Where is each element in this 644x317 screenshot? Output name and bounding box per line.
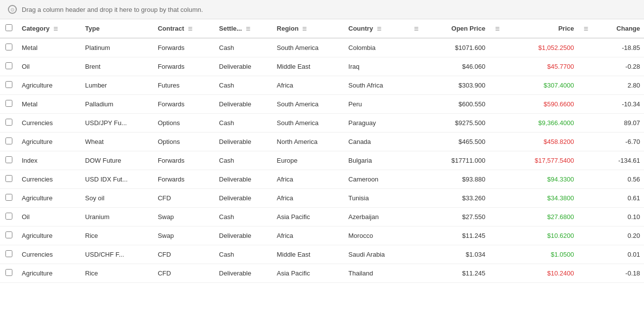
row-checkbox-cell: [0, 226, 18, 245]
row-change: -10.34: [598, 95, 644, 114]
row-contract: Swap: [154, 226, 215, 245]
row-open-price: $46.060: [429, 57, 489, 76]
row-col11: [578, 245, 598, 264]
contract-filter-icon[interactable]: ☰: [188, 26, 192, 32]
row-checkbox[interactable]: [5, 62, 12, 69]
table-header-row: Category ☰ Type Contract ☰ Settle... ☰ R…: [0, 19, 644, 38]
row-checkbox[interactable]: [5, 175, 12, 182]
row-type: USD IDX Fut...: [81, 170, 154, 189]
row-contract: Swap: [154, 208, 215, 226]
row-checkbox[interactable]: [5, 250, 12, 257]
row-col11: [578, 114, 598, 133]
row-region: Africa: [273, 170, 345, 189]
row-country: Iraq: [344, 57, 408, 76]
row-contract: CFD: [154, 189, 215, 208]
category-filter-icon[interactable]: ☰: [53, 26, 58, 32]
select-all-checkbox[interactable]: [5, 24, 12, 31]
row-country: Colombia: [344, 38, 408, 57]
row-checkbox-cell: [0, 208, 18, 226]
row-region: South America: [273, 38, 345, 57]
row-region: South America: [273, 95, 345, 114]
row-open-price: $1071.600: [429, 38, 489, 57]
row-col11: [578, 133, 598, 151]
row-col11: [578, 76, 598, 95]
row-col9: [489, 114, 510, 133]
row-country: Peru: [344, 95, 408, 114]
row-col7: [408, 264, 429, 283]
row-region: Asia Pacific: [273, 208, 345, 226]
row-checkbox-cell: [0, 114, 18, 133]
row-checkbox-cell: [0, 38, 18, 57]
row-country: Thailand: [344, 264, 408, 283]
row-change: -134.61: [598, 151, 644, 170]
row-type: Lumber: [81, 76, 154, 95]
row-country: Saudi Arabia: [344, 245, 408, 264]
row-checkbox[interactable]: [5, 269, 12, 276]
col11-filter-icon[interactable]: ☰: [584, 26, 588, 32]
row-type: Wheat: [81, 133, 154, 151]
row-region: Europe: [273, 151, 345, 170]
row-col7: [408, 133, 429, 151]
row-region: Middle East: [273, 245, 345, 264]
row-open-price: $33.260: [429, 189, 489, 208]
row-price: $10.2400: [510, 264, 578, 283]
row-checkbox-cell: [0, 76, 18, 95]
row-change: 0.56: [598, 170, 644, 189]
row-settle: Cash: [215, 76, 273, 95]
table-row: AgricultureSoy oilCFDDeliverableAfricaTu…: [0, 189, 644, 208]
row-change: 0.10: [598, 208, 644, 226]
row-settle: Deliverable: [215, 264, 273, 283]
row-col9: [489, 264, 510, 283]
row-col7: [408, 189, 429, 208]
row-open-price: $303.900: [429, 76, 489, 95]
row-col11: [578, 151, 598, 170]
country-filter-icon[interactable]: ☰: [377, 26, 381, 32]
row-col11: [578, 208, 598, 226]
header-settle: Settle... ☰: [215, 19, 273, 38]
row-settle: Deliverable: [215, 57, 273, 76]
row-category: Agriculture: [18, 264, 81, 283]
settle-filter-icon[interactable]: ☰: [246, 26, 250, 32]
row-contract: CFD: [154, 264, 215, 283]
row-checkbox[interactable]: [5, 137, 12, 144]
row-checkbox-cell: [0, 170, 18, 189]
row-checkbox[interactable]: [5, 194, 12, 201]
row-category: Agriculture: [18, 76, 81, 95]
drag-drop-header: ⊙ Drag a column header and drop it here …: [0, 0, 644, 19]
col7-filter-icon[interactable]: ☰: [414, 26, 418, 32]
row-region: Africa: [273, 226, 345, 245]
row-checkbox[interactable]: [5, 156, 12, 163]
row-contract: Options: [154, 114, 215, 133]
row-col7: [408, 38, 429, 57]
row-change: 0.01: [598, 245, 644, 264]
header-open-price: Open Price: [429, 19, 489, 38]
row-type: DOW Future: [81, 151, 154, 170]
col9-filter-icon[interactable]: ☰: [495, 26, 500, 32]
row-checkbox[interactable]: [5, 213, 12, 220]
row-type: Platinum: [81, 38, 154, 57]
row-checkbox-cell: [0, 57, 18, 76]
row-price: $458.8200: [510, 133, 578, 151]
row-checkbox[interactable]: [5, 44, 12, 50]
row-category: Agriculture: [18, 226, 81, 245]
header-region: Region ☰: [273, 19, 345, 38]
row-checkbox-cell: [0, 133, 18, 151]
row-col7: [408, 151, 429, 170]
row-region: South America: [273, 114, 345, 133]
row-change: -18.85: [598, 38, 644, 57]
row-checkbox[interactable]: [5, 81, 12, 88]
row-checkbox[interactable]: [5, 100, 12, 107]
header-col7: ☰: [408, 19, 429, 38]
row-region: North America: [273, 133, 345, 151]
row-change: 0.20: [598, 226, 644, 245]
row-type: Soy oil: [81, 189, 154, 208]
row-settle: Deliverable: [215, 170, 273, 189]
region-filter-icon[interactable]: ☰: [302, 26, 307, 32]
table-row: CurrenciesUSD IDX Fut...ForwardsDelivera…: [0, 170, 644, 189]
row-checkbox-cell: [0, 264, 18, 283]
row-checkbox[interactable]: [5, 119, 12, 126]
row-checkbox[interactable]: [5, 231, 12, 238]
row-price: $10.6200: [510, 226, 578, 245]
table-row: AgricultureRiceSwapDeliverableAfricaMoro…: [0, 226, 644, 245]
row-type: USD/CHF F...: [81, 245, 154, 264]
